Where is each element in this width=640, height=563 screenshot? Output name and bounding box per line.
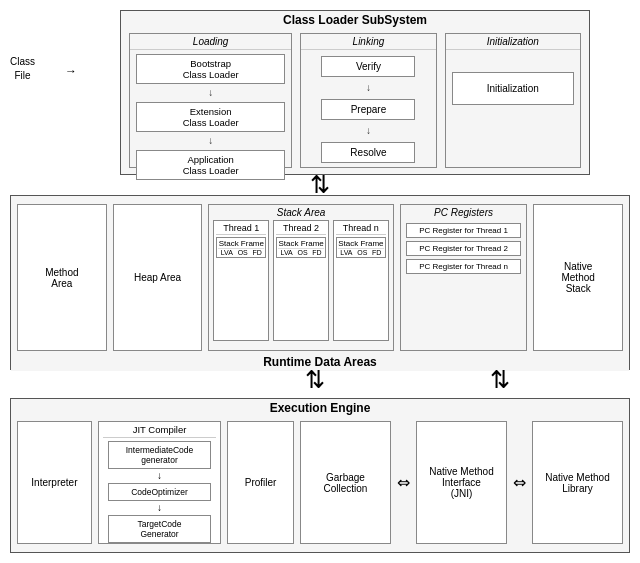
pc-registers-title: PC Registers bbox=[404, 205, 524, 220]
method-area: MethodArea bbox=[17, 204, 107, 351]
execution-engine: Execution Engine Interpreter JIT Compile… bbox=[10, 398, 630, 553]
thread-1-title: Thread 1 bbox=[216, 223, 266, 235]
gc-jni-arrow: ⇔ bbox=[397, 473, 410, 492]
loading-section: Loading BootstrapClass Loader ↓ Extensio… bbox=[129, 33, 292, 168]
profiler-box: Profiler bbox=[227, 421, 294, 544]
class-loader-system: Class Loader SubSystem Loading Bootstrap… bbox=[120, 10, 590, 175]
interpreter-box: Interpreter bbox=[17, 421, 92, 544]
initialization-label: Initialization bbox=[446, 34, 580, 50]
prepare-box: Prepare bbox=[321, 99, 415, 120]
initialization-box: Initialization bbox=[452, 72, 574, 105]
verify-arrow: ↓ bbox=[301, 83, 435, 93]
pc-reg-thread-1: PC Register for Thread 1 bbox=[406, 223, 522, 238]
thread-2-title: Thread 2 bbox=[276, 223, 326, 235]
jit-arrow-2: ↓ bbox=[103, 504, 216, 512]
application-class-loader: ApplicationClass Loader bbox=[136, 150, 285, 180]
arrows-runtime-to-exec-right: ⇅ bbox=[490, 372, 510, 388]
thread-2-col: Thread 2 Stack Frame LVAOSFD bbox=[273, 220, 329, 341]
jit-arrow-1: ↓ bbox=[103, 472, 216, 480]
pc-reg-thread-2: PC Register for Thread 2 bbox=[406, 241, 522, 256]
runtime-data-areas: MethodArea Heap Area Stack Area Thread 1… bbox=[10, 195, 630, 370]
loader-arrow-1: ↓ bbox=[130, 88, 291, 98]
execution-engine-title: Execution Engine bbox=[11, 399, 629, 417]
extension-class-loader: ExtensionClass Loader bbox=[136, 102, 285, 132]
prepare-arrow: ↓ bbox=[301, 126, 435, 136]
pc-registers: PC Registers PC Register for Thread 1 PC… bbox=[400, 204, 528, 351]
thread-n-col: Thread n Stack Frame LVAOSFD bbox=[333, 220, 389, 341]
linking-label: Linking bbox=[301, 34, 435, 50]
resolve-box: Resolve bbox=[321, 142, 415, 163]
initialization-section: Initialization Initialization bbox=[445, 33, 581, 168]
loading-label: Loading bbox=[130, 34, 291, 50]
pc-reg-thread-n: PC Register for Thread n bbox=[406, 259, 522, 274]
jit-target-code: TargetCodeGenerator bbox=[108, 515, 210, 543]
arrows-runtime-to-exec-left: ⇅ bbox=[305, 372, 325, 388]
class-file-arrow: → bbox=[65, 64, 77, 78]
jni-box: Native MethodInterface(JNI) bbox=[416, 421, 507, 544]
linking-section: Linking Verify ↓ Prepare ↓ Resolve bbox=[300, 33, 436, 168]
stack-area-title: Stack Area bbox=[213, 205, 388, 220]
class-loader-title: Class Loader SubSystem bbox=[121, 11, 589, 29]
jit-compiler: JIT Compiler IntermediateCodegenerator ↓… bbox=[98, 421, 221, 544]
loader-arrow-2: ↓ bbox=[130, 136, 291, 146]
jit-intermediate-code: IntermediateCodegenerator bbox=[108, 441, 210, 469]
native-method-stack: NativeMethodStack bbox=[533, 204, 623, 351]
jni-nativelib-arrow: ⇔ bbox=[513, 473, 526, 492]
diagram-container: Class File → Class Loader SubSystem Load… bbox=[0, 0, 640, 563]
bootstrap-class-loader: BootstrapClass Loader bbox=[136, 54, 285, 84]
jit-title: JIT Compiler bbox=[103, 422, 216, 438]
garbage-collection-box: GarbageCollection bbox=[300, 421, 391, 544]
jit-code-optimizer: CodeOptimizer bbox=[108, 483, 210, 501]
arrows-cls-to-runtime: ⇅ bbox=[310, 177, 330, 193]
thread-1-stack-frame: Stack Frame LVAOSFD bbox=[216, 237, 266, 258]
heap-area: Heap Area bbox=[113, 204, 203, 351]
native-method-library-box: Native MethodLibrary bbox=[532, 421, 623, 544]
thread-2-stack-frame: Stack Frame LVAOSFD bbox=[276, 237, 326, 258]
thread-n-title: Thread n bbox=[336, 223, 386, 235]
thread-n-stack-frame: Stack Frame LVAOSFD bbox=[336, 237, 386, 258]
verify-box: Verify bbox=[321, 56, 415, 77]
thread-1-col: Thread 1 Stack Frame LVAOSFD bbox=[213, 220, 269, 341]
class-file-label: Class File bbox=[10, 55, 35, 83]
stack-area: Stack Area Thread 1 Stack Frame LVAOSFD bbox=[208, 204, 393, 351]
